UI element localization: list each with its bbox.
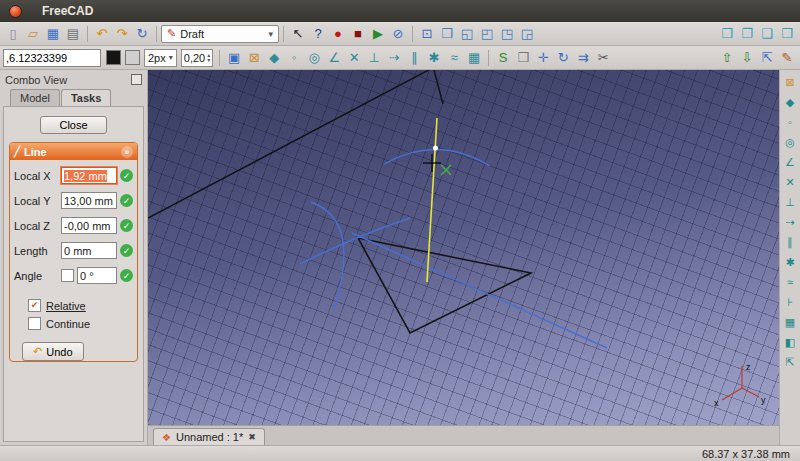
continue-checkbox[interactable]: Continue xyxy=(28,317,133,330)
top-view-icon[interactable]: ◰ xyxy=(477,24,497,44)
tab-tasks[interactable]: Tasks xyxy=(61,89,111,106)
macro-toolbar-group: ↖ ? ● ■ ▶ ⊘ xyxy=(288,24,408,44)
move-icon[interactable]: ✛ xyxy=(533,48,553,68)
face-color-swatch[interactable] xyxy=(125,50,140,65)
snap-extension-icon[interactable]: ⇢ xyxy=(384,48,404,68)
right-view-icon[interactable]: ◳ xyxy=(497,24,517,44)
undo-icon[interactable]: ↶ xyxy=(92,24,112,44)
zoom-disabled-icon[interactable]: ⊘ xyxy=(388,24,408,44)
icon-glyph: ↻ xyxy=(137,27,148,40)
undo-button[interactable]: ↶ Undo xyxy=(22,342,84,361)
icon-glyph: ⊘ xyxy=(393,27,404,40)
snap-midpoint-icon[interactable]: ◦ xyxy=(284,48,304,68)
collapse-toggle-icon[interactable]: » xyxy=(121,146,133,158)
field-input[interactable]: 13,00 mm xyxy=(61,192,117,209)
rear-view-icon[interactable]: ◲ xyxy=(517,24,537,44)
sketch-lines xyxy=(148,70,443,218)
snap-parallel-icon[interactable]: ∥ xyxy=(404,48,424,68)
dock-snap-near-icon[interactable]: ≈ xyxy=(781,273,799,291)
dock-snap-workingplane-icon[interactable]: ◧ xyxy=(781,333,799,351)
macro-execute-icon[interactable]: ▶ xyxy=(368,24,388,44)
draft-workbench-icon: ✎ xyxy=(167,27,176,40)
snap-perpendicular-icon[interactable]: ⊥ xyxy=(364,48,384,68)
dock-snap-angle-icon[interactable]: ∠ xyxy=(781,153,799,171)
whats-this-icon[interactable]: ? xyxy=(308,24,328,44)
icon-glyph: ⇧ xyxy=(722,51,733,64)
dock-snap-dimensions-icon[interactable]: ⇱ xyxy=(781,353,799,371)
refresh-icon[interactable]: ↻ xyxy=(132,24,152,44)
angle-checkbox[interactable] xyxy=(61,269,74,282)
dock-snap-midpoint-icon[interactable]: ◦ xyxy=(781,113,799,131)
apply-style-icon[interactable]: ▣ xyxy=(224,48,244,68)
arrow-select-icon[interactable]: ↖ xyxy=(288,24,308,44)
field-row: Angle 0 ° ✓ xyxy=(14,267,133,284)
snap-intersection-icon[interactable]: ✕ xyxy=(344,48,364,68)
fit-all-icon[interactable]: ⊡ xyxy=(417,24,437,44)
field-input[interactable]: 0 ° xyxy=(77,267,117,284)
offset-icon[interactable]: ⇉ xyxy=(573,48,593,68)
relative-checkbox[interactable]: ✔ Relative xyxy=(28,299,133,312)
downgrade-icon[interactable]: ⇩ xyxy=(737,48,757,68)
icon-glyph: ❐ xyxy=(741,27,753,40)
open-document-icon[interactable]: ▱ xyxy=(23,24,43,44)
trimex-icon[interactable]: ✂ xyxy=(593,48,613,68)
dock-snap-extension-icon[interactable]: ⇢ xyxy=(781,213,799,231)
new-document-icon[interactable]: ▯ xyxy=(3,24,23,44)
icon-glyph: ⊠ xyxy=(785,77,794,88)
macro-stop-icon[interactable]: ■ xyxy=(348,24,368,44)
scale-spinbox[interactable]: 0,20 xyxy=(181,49,213,67)
dock-snap-endpoint-icon[interactable]: ◆ xyxy=(781,93,799,111)
edit-icon[interactable]: ✎ xyxy=(777,48,797,68)
dock-snap-lock-icon[interactable]: ⊠ xyxy=(781,73,799,91)
icon-glyph: ✱ xyxy=(785,257,794,268)
tab-model[interactable]: Model xyxy=(10,89,60,106)
tab-close-icon[interactable]: ✖ xyxy=(248,432,256,442)
window-close-button[interactable] xyxy=(9,5,22,18)
document-tab[interactable]: ❖ Unnamed : 1* ✖ xyxy=(153,428,265,445)
panel-float-icon[interactable] xyxy=(131,74,142,85)
field-input[interactable]: 0 mm xyxy=(61,242,117,259)
line-width-select[interactable]: 2px xyxy=(144,49,177,67)
dock-snap-ortho-icon[interactable]: ⊦ xyxy=(781,293,799,311)
field-input[interactable]: -0,00 mm xyxy=(61,217,117,234)
upgrade-icon[interactable]: ⇧ xyxy=(717,48,737,68)
dock-snap-special-icon[interactable]: ✱ xyxy=(781,253,799,271)
shapestring-icon[interactable]: S xyxy=(493,48,513,68)
save-icon[interactable]: ▦ xyxy=(43,24,63,44)
close-task-button[interactable]: Close xyxy=(40,116,106,134)
icon-glyph: ✛ xyxy=(538,51,549,64)
axonometric-view-icon[interactable]: ❒ xyxy=(437,24,457,44)
coordinate-input[interactable] xyxy=(3,49,101,67)
front-view-icon[interactable]: ◱ xyxy=(457,24,477,44)
spinner-arrows-icon[interactable] xyxy=(207,53,210,63)
dock-snap-grid-icon[interactable]: ▦ xyxy=(781,313,799,331)
rotate-icon[interactable]: ↻ xyxy=(553,48,573,68)
combo-view-panel: Combo View Model Tasks Close ╱ Line » Lo… xyxy=(0,70,148,445)
snap-lock-icon[interactable]: ⊠ xyxy=(244,48,264,68)
field-input[interactable]: 1,92 mm xyxy=(61,167,117,184)
line-task-header[interactable]: ╱ Line » xyxy=(10,143,137,160)
snap-near-icon[interactable]: ≈ xyxy=(444,48,464,68)
dock-snap-intersection-icon[interactable]: ✕ xyxy=(781,173,799,191)
dock-snap-perpendicular-icon[interactable]: ⊥ xyxy=(781,193,799,211)
home-view-cube-icon[interactable]: ❒ xyxy=(777,24,797,44)
facebinder-icon[interactable]: ❒ xyxy=(513,48,533,68)
print-icon[interactable]: ▤ xyxy=(63,24,83,44)
isometric-cube-icon[interactable]: ❒ xyxy=(717,24,737,44)
line-color-swatch[interactable] xyxy=(106,50,121,65)
snap-special-icon[interactable]: ✱ xyxy=(424,48,444,68)
trimetric-cube-icon[interactable]: ❑ xyxy=(757,24,777,44)
snap-center-icon[interactable]: ◎ xyxy=(304,48,324,68)
snap-angle-icon[interactable]: ∠ xyxy=(324,48,344,68)
dimetric-cube-icon[interactable]: ❐ xyxy=(737,24,757,44)
3d-viewport[interactable]: z x y xyxy=(148,70,779,425)
redo-icon[interactable]: ↷ xyxy=(112,24,132,44)
scale-icon[interactable]: ⇱ xyxy=(757,48,777,68)
icon-glyph: ↶ xyxy=(97,27,108,40)
snap-endpoint-icon[interactable]: ◆ xyxy=(264,48,284,68)
snap-grid-icon[interactable]: ▦ xyxy=(464,48,484,68)
macro-record-icon[interactable]: ● xyxy=(328,24,348,44)
dock-snap-parallel-icon[interactable]: ∥ xyxy=(781,233,799,251)
workbench-selector[interactable]: ✎ Draft xyxy=(161,25,279,43)
dock-snap-center-icon[interactable]: ◎ xyxy=(781,133,799,151)
